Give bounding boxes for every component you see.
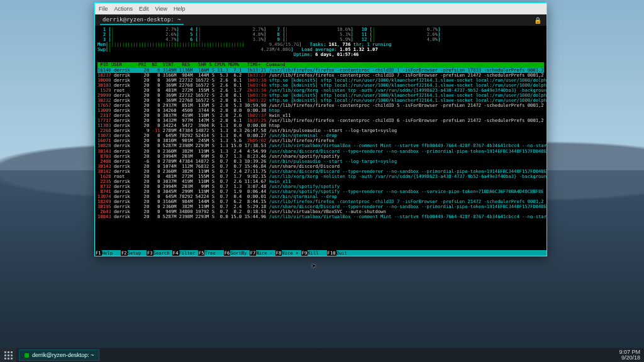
taskbar-button-label: derrik@ryzen-desktop: ~ [32, 352, 94, 358]
system-tray[interactable]: 9:07 PM 9/20/18 [619, 349, 644, 361]
menu-item-file[interactable]: File [99, 6, 108, 12]
terminal-window: FileActionsEditViewHelp derrik@ryzen-des… [94, 3, 547, 256]
desktop-taskbar[interactable]: derrik@ryzen-desktop: ~ 9:07 PM 9/20/18 [0, 348, 644, 362]
menu-item-view[interactable]: View [155, 6, 167, 12]
window-titlebar[interactable]: FileActionsEditViewHelp [95, 3, 547, 14]
app-launcher-button[interactable] [0, 348, 16, 362]
terminal-body[interactable]: 1 [| 2.7%] 4 [| 2.7%] 7 [| 10.6%] 10 [| … [95, 26, 547, 250]
terminal-icon [25, 353, 29, 358]
menu-item-help[interactable]: Help [174, 6, 186, 12]
terminal-tabbar: derrik@ryzen-desktop: ~ 🔒 [95, 14, 547, 26]
htop-function-bar[interactable]: F1Help F2Setup F3Search F4Filter F5Tree … [95, 250, 547, 256]
menu-item-edit[interactable]: Edit [139, 6, 149, 12]
terminal-tab[interactable]: derrik@ryzen-desktop: ~ [100, 15, 184, 25]
tray-clock[interactable]: 9:07 PM 9/20/18 [619, 349, 640, 361]
lock-icon: 🔒 [534, 17, 541, 24]
menu-item-actions[interactable]: Actions [114, 6, 133, 12]
taskbar-terminal-button[interactable]: derrik@ryzen-desktop: ~ [19, 349, 99, 361]
window-menu: FileActionsEditViewHelp [99, 6, 185, 12]
grid-icon [4, 351, 13, 359]
tray-date: 9/20/18 [619, 355, 640, 361]
